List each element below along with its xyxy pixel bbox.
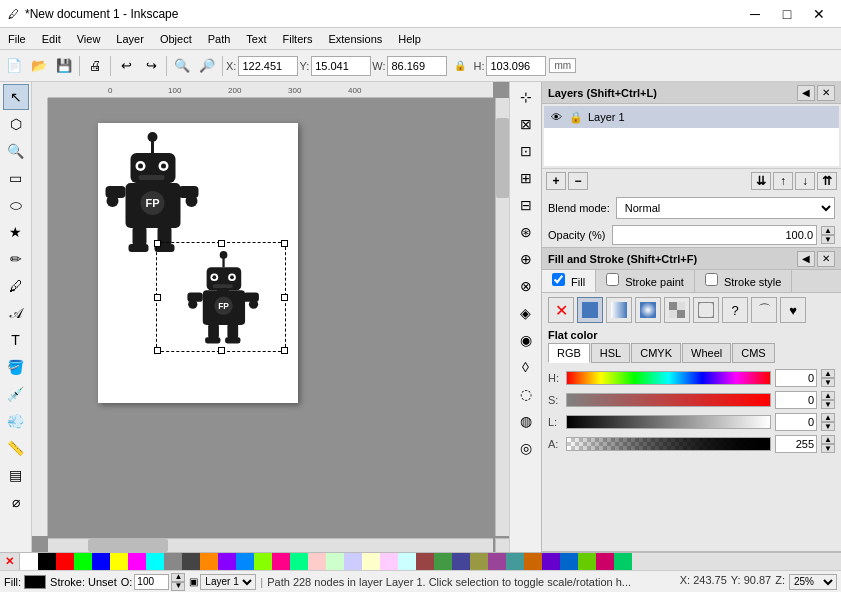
print-button[interactable]: 🖨 xyxy=(83,54,107,78)
layer-lock-icon[interactable]: 🔒 xyxy=(568,109,584,125)
no-color-button[interactable]: ✕ xyxy=(0,553,20,570)
palette-color-swatch[interactable] xyxy=(218,553,236,571)
fill-heart-button[interactable]: ♥ xyxy=(780,297,806,323)
s-down-button[interactable]: ▼ xyxy=(821,400,835,409)
new-button[interactable]: 📄 xyxy=(2,54,26,78)
palette-color-swatch[interactable] xyxy=(416,553,434,571)
menu-help[interactable]: Help xyxy=(390,28,429,49)
zoom-out-button[interactable]: 🔎 xyxy=(195,54,219,78)
layers-close-button[interactable]: ✕ xyxy=(817,85,835,101)
snap-btn-5[interactable]: ⊟ xyxy=(513,192,539,218)
x-input[interactable] xyxy=(238,56,298,76)
gradient-tool[interactable]: ▤ xyxy=(3,462,29,488)
palette-color-swatch[interactable] xyxy=(20,553,38,571)
menu-filters[interactable]: Filters xyxy=(275,28,321,49)
l-down-button[interactable]: ▼ xyxy=(821,422,835,431)
save-button[interactable]: 💾 xyxy=(52,54,76,78)
snap-btn-14[interactable]: ◎ xyxy=(513,435,539,461)
h-up-button[interactable]: ▲ xyxy=(821,369,835,378)
palette-color-swatch[interactable] xyxy=(362,553,380,571)
remove-layer-button[interactable]: − xyxy=(568,172,588,190)
l-slider[interactable] xyxy=(566,415,771,429)
fill-checkbox[interactable] xyxy=(552,273,565,286)
add-layer-button[interactable]: + xyxy=(546,172,566,190)
palette-color-swatch[interactable] xyxy=(614,553,632,571)
fill-tool[interactable]: 🪣 xyxy=(3,354,29,380)
layers-collapse-button[interactable]: ◀ xyxy=(797,85,815,101)
wheel-tab[interactable]: Wheel xyxy=(682,343,731,363)
canvas-viewport[interactable]: FP xyxy=(48,98,493,536)
snap-btn-11[interactable]: ◊ xyxy=(513,354,539,380)
open-button[interactable]: 📂 xyxy=(27,54,51,78)
menu-path[interactable]: Path xyxy=(200,28,239,49)
connector-tool[interactable]: ⌀ xyxy=(3,489,29,515)
snap-btn-7[interactable]: ⊕ xyxy=(513,246,539,272)
snap-btn-8[interactable]: ⊗ xyxy=(513,273,539,299)
h-down-button[interactable]: ▼ xyxy=(821,378,835,387)
palette-color-swatch[interactable] xyxy=(56,553,74,571)
zoom-select[interactable]: 25% 50% 100% xyxy=(789,574,837,590)
blend-mode-select[interactable]: Normal Multiply Screen Overlay xyxy=(616,197,835,219)
h-input[interactable] xyxy=(486,56,546,76)
fill-stroke-close-button[interactable]: ✕ xyxy=(817,251,835,267)
snap-btn-10[interactable]: ◉ xyxy=(513,327,539,353)
fill-swatch[interactable] xyxy=(24,575,46,589)
menu-edit[interactable]: Edit xyxy=(34,28,69,49)
layer-top-button[interactable]: ⇈ xyxy=(817,172,837,190)
close-button[interactable]: ✕ xyxy=(805,4,833,24)
tab-stroke-style[interactable]: Stroke style xyxy=(695,270,793,292)
palette-color-swatch[interactable] xyxy=(506,553,524,571)
menu-extensions[interactable]: Extensions xyxy=(320,28,390,49)
palette-color-swatch[interactable] xyxy=(596,553,614,571)
a-slider[interactable] xyxy=(566,437,771,451)
h-slider-input[interactable] xyxy=(775,369,817,387)
snap-btn-4[interactable]: ⊞ xyxy=(513,165,539,191)
palette-color-swatch[interactable] xyxy=(452,553,470,571)
menu-view[interactable]: View xyxy=(69,28,109,49)
text-tool[interactable]: T xyxy=(3,327,29,353)
palette-color-swatch[interactable] xyxy=(236,553,254,571)
l-up-button[interactable]: ▲ xyxy=(821,413,835,422)
layer-1-row[interactable]: 👁 🔒 Layer 1 xyxy=(544,106,839,128)
layer-up-button[interactable]: ↑ xyxy=(773,172,793,190)
palette-color-swatch[interactable] xyxy=(164,553,182,571)
layer-select[interactable]: Layer 1 xyxy=(200,574,256,590)
snap-btn-3[interactable]: ⊡ xyxy=(513,138,539,164)
palette-color-swatch[interactable] xyxy=(146,553,164,571)
opacity-down-button[interactable]: ▼ xyxy=(821,235,835,244)
a-up-button[interactable]: ▲ xyxy=(821,435,835,444)
snap-btn-1[interactable]: ⊹ xyxy=(513,84,539,110)
select-tool[interactable]: ↖ xyxy=(3,84,29,110)
undo-button[interactable]: ↩ xyxy=(114,54,138,78)
fill-swatch-button[interactable] xyxy=(693,297,719,323)
fill-pattern-button[interactable] xyxy=(664,297,690,323)
fill-stroke-collapse-button[interactable]: ◀ xyxy=(797,251,815,267)
fill-radial-button[interactable] xyxy=(635,297,661,323)
fill-linear-button[interactable] xyxy=(606,297,632,323)
palette-color-swatch[interactable] xyxy=(38,553,56,571)
menu-object[interactable]: Object xyxy=(152,28,200,49)
rect-tool[interactable]: ▭ xyxy=(3,165,29,191)
cmyk-tab[interactable]: CMYK xyxy=(631,343,681,363)
y-input[interactable] xyxy=(311,56,371,76)
palette-color-swatch[interactable] xyxy=(344,553,362,571)
s-slider-input[interactable] xyxy=(775,391,817,409)
pen-tool[interactable]: 🖊 xyxy=(3,273,29,299)
minimize-button[interactable]: ─ xyxy=(741,4,769,24)
opacity-status-input[interactable] xyxy=(134,574,169,590)
zoom-tool[interactable]: 🔍 xyxy=(3,138,29,164)
measure-tool[interactable]: 📏 xyxy=(3,435,29,461)
palette-color-swatch[interactable] xyxy=(398,553,416,571)
snap-btn-2[interactable]: ⊠ xyxy=(513,111,539,137)
s-slider[interactable] xyxy=(566,393,771,407)
ellipse-tool[interactable]: ⬭ xyxy=(3,192,29,218)
palette-color-swatch[interactable] xyxy=(524,553,542,571)
palette-color-swatch[interactable] xyxy=(110,553,128,571)
opacity-input[interactable] xyxy=(612,225,817,245)
zoom-in-button[interactable]: 🔍 xyxy=(170,54,194,78)
snap-btn-6[interactable]: ⊛ xyxy=(513,219,539,245)
horizontal-scrollbar[interactable] xyxy=(48,538,493,552)
redo-button[interactable]: ↪ xyxy=(139,54,163,78)
fill-unset-button[interactable]: ⌒ xyxy=(751,297,777,323)
h-slider[interactable] xyxy=(566,371,771,385)
